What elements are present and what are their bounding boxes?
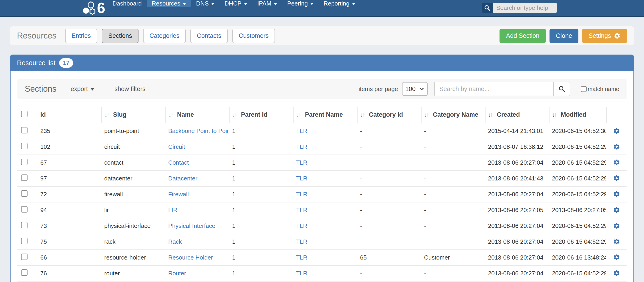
- search-button[interactable]: [554, 82, 570, 96]
- sort-icon[interactable]: ↓↑: [232, 111, 236, 118]
- resource-name-link[interactable]: Backbone Point to Point: [168, 128, 229, 134]
- view-button-categories[interactable]: Categories: [143, 29, 186, 43]
- sort-icon[interactable]: ↓↑: [168, 111, 172, 118]
- resource-name-link[interactable]: Router: [168, 270, 186, 277]
- row-checkbox[interactable]: [21, 238, 28, 244]
- column-header-category-id[interactable]: ↓↑ Category Id: [357, 106, 421, 123]
- search-icon[interactable]: [482, 3, 493, 13]
- cell-select: [18, 234, 38, 250]
- row-checkbox[interactable]: [21, 127, 28, 134]
- view-button-entries[interactable]: Entries: [65, 29, 97, 43]
- global-search-input[interactable]: [493, 3, 557, 13]
- row-checkbox[interactable]: [21, 222, 28, 228]
- row-checkbox[interactable]: [21, 143, 28, 149]
- row-settings-button[interactable]: [612, 158, 621, 168]
- parent-name-link[interactable]: TLR: [296, 222, 307, 229]
- parent-name-link[interactable]: TLR: [296, 206, 307, 214]
- resource-name-link[interactable]: Datacenter: [168, 175, 197, 182]
- row-settings-button[interactable]: [612, 206, 621, 215]
- search-by-name-input[interactable]: [434, 82, 554, 96]
- row-settings-button[interactable]: [612, 221, 621, 231]
- row-settings-button[interactable]: [612, 269, 621, 278]
- cell-category-id: -: [357, 123, 421, 139]
- export-menu[interactable]: export: [71, 86, 94, 92]
- row-checkbox[interactable]: [21, 206, 28, 212]
- nav-item-label: DHCP: [224, 0, 242, 7]
- column-header-modified[interactable]: ↓↑ Modified: [549, 106, 606, 123]
- parent-name-link[interactable]: TLR: [296, 254, 307, 261]
- parent-name-link[interactable]: TLR: [296, 191, 307, 198]
- show-filters-toggle[interactable]: show filters +: [114, 86, 151, 92]
- parent-name-link[interactable]: TLR: [296, 175, 307, 182]
- resource-name-link[interactable]: Contact: [168, 159, 189, 166]
- parent-name-link[interactable]: TLR: [296, 143, 307, 150]
- sort-icon[interactable]: ↓↑: [104, 111, 109, 118]
- cell-name: Rack: [165, 234, 229, 250]
- row-checkbox[interactable]: [21, 270, 28, 276]
- sort-icon[interactable]: ↓↑: [424, 111, 428, 118]
- sort-icon[interactable]: ↓↑: [296, 111, 300, 118]
- cell-category-name: -: [421, 202, 485, 218]
- gear-icon: [613, 222, 620, 229]
- resource-name-link[interactable]: Resource Holder: [168, 254, 213, 261]
- sort-icon[interactable]: ↓↑: [360, 111, 364, 118]
- gear-icon: [613, 254, 620, 261]
- settings-button[interactable]: Settings: [582, 29, 627, 43]
- nav-item-ipam[interactable]: IPAM: [252, 0, 282, 7]
- items-per-page-select[interactable]: 100: [402, 82, 428, 96]
- resource-name-link[interactable]: Circuit: [168, 143, 185, 150]
- parent-name-link[interactable]: TLR: [296, 238, 307, 245]
- search-icon: [558, 85, 566, 92]
- cell-name: Datacenter: [165, 170, 229, 186]
- resource-name-link[interactable]: Physical Interface: [168, 222, 215, 229]
- cell-parent-name: TLR: [293, 155, 357, 170]
- panel-header: Resource list 17: [10, 55, 634, 70]
- row-settings-button[interactable]: [612, 142, 621, 152]
- resource-name-link[interactable]: Rack: [168, 238, 182, 245]
- row-settings-button[interactable]: [612, 174, 621, 184]
- nav-item-peering[interactable]: Peering: [282, 0, 318, 7]
- column-header-name[interactable]: ↓↑ Name: [165, 106, 229, 123]
- add-section-button[interactable]: Add Section: [500, 29, 546, 43]
- column-label: Parent Id: [241, 111, 268, 118]
- row-checkbox[interactable]: [21, 190, 28, 197]
- view-button-sections[interactable]: Sections: [102, 29, 138, 43]
- resource-name-link[interactable]: LIR: [168, 206, 177, 214]
- column-header-parent-id[interactable]: ↓↑ Parent Id: [229, 106, 293, 123]
- action-label: Add Section: [506, 32, 540, 40]
- resource-name-link[interactable]: Firewall: [168, 191, 189, 198]
- match-name-toggle[interactable]: match name: [581, 86, 619, 92]
- row-checkbox[interactable]: [21, 159, 28, 165]
- view-button-customers[interactable]: Customers: [232, 29, 275, 43]
- row-checkbox[interactable]: [21, 174, 28, 181]
- sort-icon[interactable]: ↓↑: [488, 111, 492, 118]
- cell-parent-id: 1: [229, 250, 293, 266]
- select-all-checkbox[interactable]: [21, 111, 28, 117]
- cell-created: 2013-08-06 20:27:04: [485, 155, 549, 170]
- nav-item-reporting[interactable]: Reporting: [318, 0, 360, 7]
- nav-item-dhcp[interactable]: DHCP: [220, 0, 252, 7]
- parent-name-link[interactable]: TLR: [296, 128, 307, 134]
- row-settings-button[interactable]: [612, 237, 621, 247]
- sort-icon[interactable]: ↓↑: [552, 111, 556, 118]
- column-header-category-name[interactable]: ↓↑ Category Name: [421, 106, 485, 123]
- row-settings-button[interactable]: [612, 253, 621, 262]
- row-settings-button[interactable]: [612, 190, 621, 199]
- nav-item-dashboard[interactable]: Dashboard: [108, 0, 147, 7]
- nav-item-dns[interactable]: DNS: [191, 0, 220, 7]
- row-checkbox[interactable]: [21, 254, 28, 260]
- brand-logo[interactable]: 6: [82, 0, 105, 16]
- match-name-checkbox[interactable]: [581, 86, 587, 92]
- view-button-contacts[interactable]: Contacts: [190, 29, 228, 43]
- parent-name-link[interactable]: TLR: [296, 270, 307, 277]
- column-header-actions: [606, 106, 626, 123]
- column-header-parent-name[interactable]: ↓↑ Parent Name: [293, 106, 357, 123]
- parent-name-link[interactable]: TLR: [296, 159, 307, 166]
- cell-name: Firewall: [165, 186, 229, 202]
- column-header-slug[interactable]: ↓↑ Slug: [102, 106, 166, 123]
- column-header-created[interactable]: ↓↑ Created: [485, 106, 549, 123]
- row-settings-button[interactable]: [612, 126, 621, 136]
- nav-item-resources[interactable]: Resources: [147, 0, 191, 7]
- clone-button[interactable]: Clone: [550, 29, 579, 43]
- cell-select: [18, 186, 38, 202]
